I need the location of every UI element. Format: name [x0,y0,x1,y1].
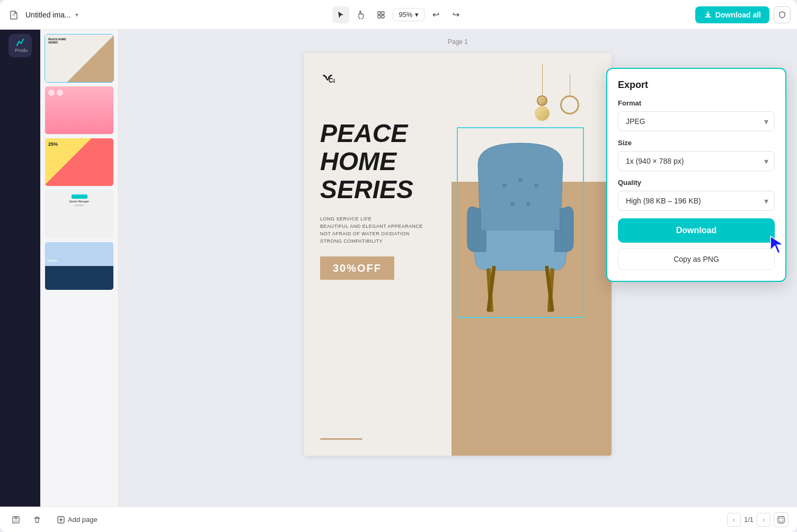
thumbnail-3[interactable]: 25% [45,138,114,187]
feature-4: STRONG COMPATIBILITY [320,238,448,244]
feature-2: BEAUTIFUL AND ELEGANT APPEARANCE [320,224,448,229]
quality-select-wrapper: High (98 KB – 196 KB) Medium (49 KB – 98… [618,191,775,211]
canvas-page: CapCut PEACE HOME SERIES LONG SERVICE LI… [304,53,612,456]
add-page-button[interactable]: Add page [51,512,104,527]
main-content: Product D PEACE HOME SERIES [0,30,797,507]
trash-btn[interactable] [30,512,45,527]
canvas-bg: CapCut PEACE HOME SERIES LONG SERVICE LI… [304,53,612,456]
thumbnail-sidebar: PEACE HOME SERIES 25% [40,30,119,507]
discount-text: 30%OFF [333,262,382,274]
top-bar: Untitled ima... ▾ 95% [0,0,797,30]
size-label: Size [618,139,775,147]
canvas-area[interactable]: Page 1 CapCut PEACE [119,30,797,507]
svg-rect-20 [14,520,18,523]
size-select[interactable]: 1x (940 × 788 px) 2x (1880 × 1576 px) 0.… [618,151,775,171]
cursor-indicator [766,233,790,259]
redo-btn[interactable]: ↪ [448,6,465,23]
thumb-1-preview: PEACE HOME SERIES [45,34,113,82]
format-label: Format [618,99,775,107]
prev-page-btn[interactable]: ‹ [727,513,741,527]
download-section: Download [618,218,775,248]
pendant-1 [535,64,550,121]
quality-label: Quality [618,179,775,187]
copy-png-button[interactable]: Copy as PNG [618,248,775,270]
hand-tool-btn[interactable] [352,6,369,23]
canvas-left: CapCut PEACE HOME SERIES LONG SERVICE LI… [304,53,464,456]
progress-bar [320,438,362,440]
svg-point-12 [534,183,538,188]
feature-3: NOT AFRAID OF WATER OXIDATION [320,231,448,236]
shield-btn[interactable] [774,6,791,23]
feature-1: LONG SERVICE LIFE [320,216,448,221]
svg-text:Product D: Product D [15,48,28,53]
zoom-chevron-icon: ▾ [415,11,419,19]
svg-rect-2 [378,15,380,18]
thumb-2-preview [45,86,113,134]
redo-icon: ↪ [453,10,459,20]
svg-rect-3 [382,15,384,18]
quality-select[interactable]: High (98 KB – 196 KB) Medium (49 KB – 98… [618,191,775,211]
bottom-bar: Add page ‹ 1/1 › [0,507,797,532]
chair-placeholder [458,128,583,317]
bottom-right: ‹ 1/1 › [727,512,789,527]
top-bar-left: Untitled ima... ▾ [6,7,112,22]
thumbnail-4[interactable]: Senior Manager CONTACT [45,190,114,238]
format-select-wrapper: JPEG PNG SVG PDF ▾ [618,111,775,131]
canvas-right: @CAPCUT hello@capcut.com • • • [451,53,612,456]
undo-btn[interactable]: ↩ [428,6,445,23]
grid-tool-btn[interactable] [373,6,389,23]
next-page-btn[interactable]: › [757,513,771,527]
zoom-control[interactable]: 95% ▾ [393,8,424,21]
thumbnail-2[interactable] [45,86,114,135]
export-panel: Export Format JPEG PNG SVG PDF ▾ Size 1x… [606,68,786,282]
chair-selection-box[interactable] [457,127,584,318]
zoom-level: 95% [398,11,412,19]
thumb-5-preview: TRAVEL [45,242,113,290]
file-chevron-icon[interactable]: ▾ [75,11,78,19]
thumb-3-preview: 25% [45,138,113,186]
svg-point-10 [502,183,507,188]
fit-page-btn[interactable] [774,512,789,527]
download-button[interactable]: Download [618,218,775,243]
left-sidebar: Product D [0,30,40,507]
save-btn[interactable] [8,512,23,527]
svg-point-11 [518,178,523,182]
svg-point-13 [510,202,515,206]
svg-rect-22 [778,517,784,523]
app-shell: Untitled ima... ▾ 95% [0,0,797,532]
page-label: Page 1 [448,38,468,46]
file-name: Untitled ima... [25,11,71,19]
svg-point-14 [526,202,530,206]
pendant-2 [560,74,579,114]
sidebar-logo: Product D [8,34,32,57]
svg-rect-19 [14,517,17,519]
thumbnail-5[interactable]: TRAVEL [45,242,114,290]
toolbar-center: 95% ▾ ↩ ↪ [117,6,680,23]
cursor-tool-btn[interactable] [332,6,349,23]
top-bar-right: Download all [685,6,791,23]
add-page-label: Add page [68,516,98,524]
features-list: LONG SERVICE LIFE BEAUTIFUL AND ELEGANT … [320,216,448,244]
thumb-4-preview: Senior Manager CONTACT [45,190,113,238]
download-all-button[interactable]: Download all [695,6,769,23]
file-icon [6,7,21,22]
thumbnail-1[interactable]: PEACE HOME SERIES [45,34,114,83]
page-counter: 1/1 [744,516,754,524]
svg-rect-0 [378,12,380,14]
svg-rect-1 [382,12,384,14]
undo-icon: ↩ [432,10,439,20]
svg-text:CapCut: CapCut [329,77,335,84]
size-select-wrapper: 1x (940 × 788 px) 2x (1880 × 1576 px) 0.… [618,151,775,171]
design-title: PEACE HOME SERIES [320,120,448,203]
format-select[interactable]: JPEG PNG SVG PDF [618,111,775,131]
export-title: Export [618,79,775,91]
capcut-logo: CapCut [320,74,448,86]
discount-badge: 30%OFF [320,256,394,280]
